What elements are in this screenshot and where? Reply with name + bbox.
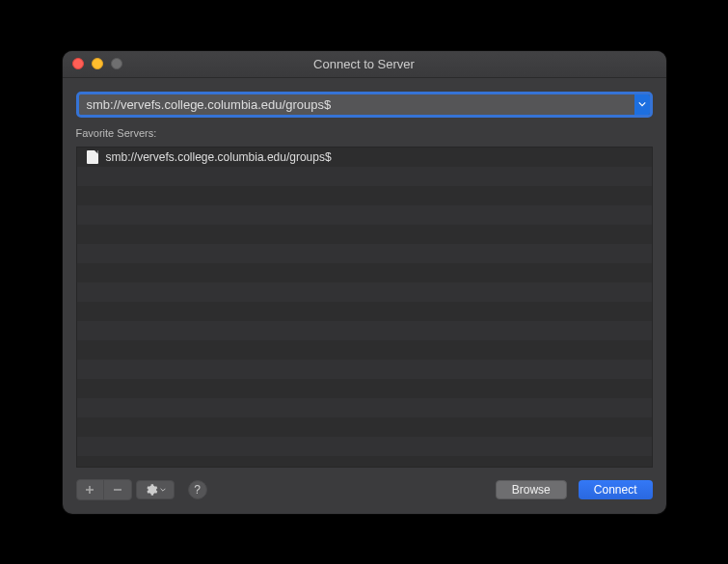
connect-button[interactable]: Connect [579,480,653,499]
close-window-button[interactable] [72,58,84,69]
empty-row [77,437,652,456]
favorite-servers-list[interactable]: smb://vervefs.college.columbia.edu/group… [76,147,653,468]
chevron-down-icon [160,487,166,493]
gear-icon [145,483,158,497]
minus-icon [113,485,122,495]
empty-row [77,225,652,244]
remove-favorite-button[interactable] [104,480,131,499]
question-mark-icon: ? [194,483,201,497]
empty-row [77,379,652,398]
traffic-lights [63,58,122,69]
empty-row [77,360,652,379]
empty-row [77,417,652,437]
empty-row [77,263,652,282]
favorites-label: Favorite Servers: [76,127,653,139]
window-content: Favorite Servers: smb://vervefs.college.… [63,78,666,514]
server-address-history-dropdown[interactable] [634,94,650,115]
toolbar: ? Browse Connect [76,479,653,500]
minimize-window-button[interactable] [92,58,103,69]
help-button[interactable]: ? [188,480,207,499]
window-titlebar: Connect to Server [63,51,666,78]
browse-button[interactable]: Browse [496,480,567,499]
list-item-label: smb://vervefs.college.columbia.edu/group… [106,150,332,164]
window-title: Connect to Server [63,57,666,71]
empty-row [77,340,652,360]
server-address-field-wrap [76,92,653,118]
server-icon [87,150,98,164]
connect-to-server-window: Connect to Server Favorite Servers: smb:… [63,51,666,514]
empty-row [77,167,652,186]
empty-row [77,398,652,417]
list-item[interactable]: smb://vervefs.college.columbia.edu/group… [77,148,652,167]
maximize-window-button [111,58,122,69]
chevron-down-icon [638,100,646,108]
empty-row [77,244,652,263]
empty-row [77,186,652,205]
add-favorite-button[interactable] [77,480,104,499]
favorite-add-remove-group [76,479,132,500]
empty-row [77,205,652,225]
actions-menu-button[interactable] [136,480,175,499]
empty-row [77,321,652,340]
plus-icon [85,485,94,495]
server-address-input[interactable] [79,94,634,115]
empty-row [77,282,652,302]
empty-row [77,302,652,321]
